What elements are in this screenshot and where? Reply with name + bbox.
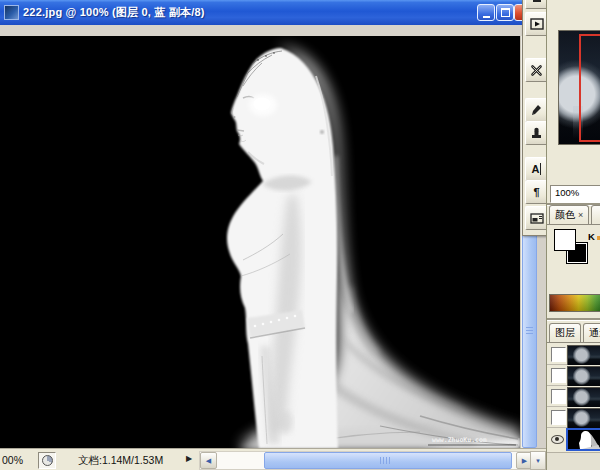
status-menu-arrow-icon[interactable]: ▶: [186, 454, 192, 463]
tab-baseline: [547, 342, 600, 343]
image-canvas[interactable]: www.ZhuoKu.com: [0, 36, 520, 448]
channel-row[interactable]: [547, 386, 600, 407]
stamp-tool-button[interactable]: [525, 121, 548, 145]
tab-channels-label: 通道: [589, 327, 600, 338]
status-clock-icon: [42, 455, 53, 466]
scroll-down-button[interactable]: ▼: [530, 451, 546, 470]
channel-row[interactable]: [547, 428, 600, 453]
panel-footer: [547, 452, 600, 470]
scrollbar-grip: [526, 327, 533, 335]
navigator-zoom-field[interactable]: 100%: [550, 185, 600, 203]
scrollbar-grip: [380, 457, 392, 464]
palette-tool-button[interactable]: [525, 206, 548, 230]
healing-tool-button[interactable]: [525, 58, 548, 82]
eye-icon: [551, 435, 564, 444]
minimize-button[interactable]: [477, 4, 495, 21]
tab-color-label: 颜色: [555, 209, 575, 220]
type-tool-icon: A: [532, 164, 540, 175]
palette-tool-icon: [530, 213, 544, 224]
channel-row[interactable]: [547, 407, 600, 428]
cropped-tool-icon: [531, 0, 543, 3]
paragraph-tool-icon: ¶: [533, 187, 539, 198]
document-window: 222.jpg @ 100% (图层 0, 蓝 副本/8): [0, 0, 546, 470]
healing-bandaid-icon: [530, 64, 543, 77]
tab-layers[interactable]: 图层: [549, 323, 581, 343]
play-tool-button[interactable]: [525, 12, 548, 36]
watermark-text: www.ZhuoKu.com: [432, 436, 487, 444]
channel-thumbnail[interactable]: [567, 366, 600, 387]
tab-channels[interactable]: 通道: [583, 323, 600, 343]
titlebar[interactable]: 222.jpg @ 100% (图层 0, 蓝 副本/8): [0, 0, 546, 25]
status-icon-button[interactable]: [38, 452, 56, 469]
vertical-scrollbar-thumb[interactable]: [522, 214, 537, 448]
paragraph-tool-button[interactable]: ¶: [525, 180, 548, 204]
foreground-color-swatch[interactable]: [554, 229, 576, 251]
cropped-tool-button[interactable]: [525, 0, 548, 9]
minimize-icon: [483, 16, 490, 18]
color-spectrum-ramp[interactable]: [549, 294, 600, 312]
channel-row[interactable]: [547, 344, 600, 365]
tab-close-icon[interactable]: ×: [578, 210, 583, 220]
zoom-readout[interactable]: 00%: [2, 454, 23, 466]
document-size-info: 文档:1.14M/1.53M: [78, 454, 163, 468]
visibility-checkbox[interactable]: [551, 389, 566, 404]
tab-layers-label: 图层: [555, 327, 575, 338]
scroll-left-button[interactable]: ◀: [200, 452, 217, 469]
figure-mini-thumbnail: [568, 430, 600, 449]
channel-row[interactable]: [547, 365, 600, 386]
brush-tool-icon: [530, 104, 543, 117]
visibility-checkbox[interactable]: [551, 410, 566, 425]
visibility-checkbox[interactable]: [551, 368, 566, 383]
stamp-tool-icon: [530, 127, 543, 140]
type-tool-button[interactable]: A: [525, 157, 548, 181]
document-icon: [4, 5, 19, 20]
tab-next-stub[interactable]: [591, 205, 600, 225]
horizontal-scrollbar[interactable]: ◀ ▶: [199, 451, 534, 470]
channel-thumbnail[interactable]: [567, 408, 600, 429]
status-bar: 00% 文档:1.14M/1.53M ▶ ◀ ▶ ▼: [0, 448, 546, 470]
channel-thumbnail[interactable]: [567, 387, 600, 408]
navigator-thumbnail[interactable]: [558, 30, 600, 145]
type-cursor-icon: [540, 163, 541, 175]
panel-column: 100% 颜色× K 图层 通道: [546, 0, 600, 470]
brush-tool-button[interactable]: [525, 98, 548, 122]
restore-icon: [501, 8, 510, 17]
channel-thumbnail[interactable]: [566, 428, 600, 451]
inverted-channel-image: www.ZhuoKu.com: [0, 36, 520, 448]
tab-baseline: [547, 224, 600, 225]
restore-button[interactable]: [496, 4, 514, 21]
window-title: 222.jpg @ 100% (图层 0, 蓝 副本/8): [23, 5, 205, 20]
horizontal-scrollbar-thumb[interactable]: [264, 452, 512, 469]
navigator-viewbox[interactable]: [579, 34, 600, 142]
panel-divider: [547, 318, 600, 321]
channel-thumbnail[interactable]: [567, 345, 600, 366]
visibility-checkbox[interactable]: [551, 347, 566, 362]
tab-color[interactable]: 颜色×: [549, 205, 589, 225]
k-channel-label: K: [588, 231, 595, 242]
play-tool-icon: [530, 18, 544, 30]
visibility-toggle[interactable]: [550, 432, 565, 447]
